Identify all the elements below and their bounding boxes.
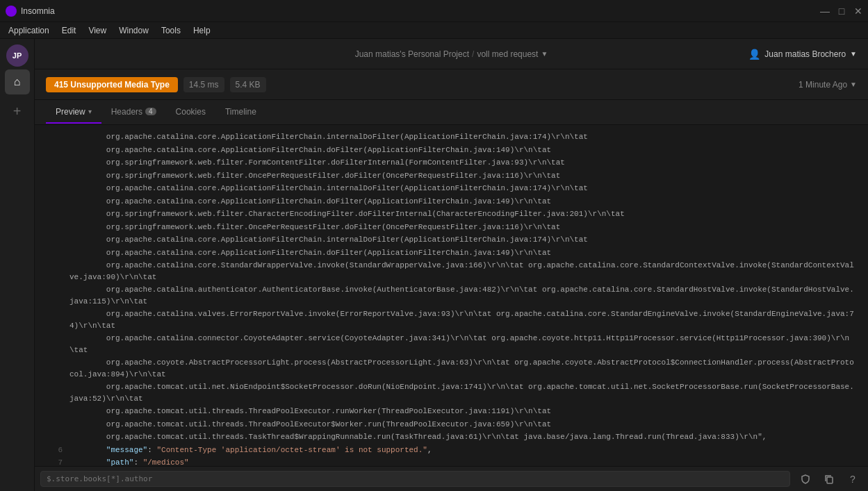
header-user[interactable]: 👤 Juan matias Brochero ▼ bbox=[748, 49, 857, 60]
time-label: 1 Minute Ago bbox=[799, 80, 847, 90]
code-line: org.apache.catalina.valves.ErrorReportVa… bbox=[35, 308, 868, 332]
header-bar: Juan matias's Personal Project / voll me… bbox=[35, 39, 868, 69]
copy-icon-button[interactable] bbox=[819, 469, 839, 489]
user-dropdown-icon: ▼ bbox=[850, 50, 857, 58]
shield-icon-button[interactable] bbox=[796, 469, 815, 489]
svg-rect-0 bbox=[827, 477, 833, 483]
app-logo-area: Insomnia bbox=[6, 6, 55, 17]
main-content: Juan matias's Personal Project / voll me… bbox=[35, 39, 868, 491]
status-bar: 415 Unsupported Media Type 14.5 ms 5.4 K… bbox=[35, 69, 868, 100]
code-line: org.springframework.web.filter.FormConte… bbox=[35, 156, 868, 169]
menu-tools[interactable]: Tools bbox=[156, 24, 186, 37]
bottom-icons: ? bbox=[796, 469, 862, 489]
code-line: org.apache.catalina.core.StandardWrapper… bbox=[35, 259, 868, 283]
code-line: org.apache.tomcat.util.threads.ThreadPoo… bbox=[35, 405, 868, 418]
app-title: Insomnia bbox=[21, 6, 55, 16]
code-line: org.apache.catalina.core.ApplicationFilt… bbox=[35, 131, 868, 144]
tab-timeline-label: Timeline bbox=[225, 107, 256, 117]
insomnia-logo-icon bbox=[6, 6, 17, 17]
sidebar-add-button[interactable]: + bbox=[6, 100, 28, 122]
maximize-button[interactable]: □ bbox=[837, 7, 846, 15]
status-size: 5.4 KB bbox=[230, 77, 266, 92]
user-icon: 👤 bbox=[748, 49, 760, 60]
header-title: Juan matias's Personal Project / voll me… bbox=[355, 49, 548, 59]
menu-edit[interactable]: Edit bbox=[56, 24, 82, 37]
code-line: org.springframework.web.filter.OncePerRe… bbox=[35, 221, 868, 234]
app-container: JP ⌂ + Juan matias's Personal Project / … bbox=[0, 39, 868, 491]
menu-window[interactable]: Window bbox=[113, 24, 154, 37]
code-line: org.apache.tomcat.util.threads.TaskThrea… bbox=[35, 431, 868, 444]
menu-application[interactable]: Application bbox=[3, 24, 55, 37]
tab-cookies[interactable]: Cookies bbox=[166, 101, 215, 124]
status-badge: 415 Unsupported Media Type bbox=[46, 77, 178, 92]
tab-preview-label: Preview bbox=[56, 107, 85, 117]
user-name: Juan matias Brochero bbox=[764, 49, 846, 59]
title-bar: Insomnia — □ ✕ bbox=[0, 0, 868, 22]
window-controls: — □ ✕ bbox=[821, 7, 862, 15]
request-dropdown-icon[interactable]: ▼ bbox=[541, 50, 548, 58]
code-line: 6 "message": "Content-Type 'application/… bbox=[35, 444, 868, 457]
shield-icon bbox=[800, 474, 811, 485]
project-name: Juan matias's Personal Project bbox=[355, 49, 469, 59]
tab-headers-label: Headers bbox=[111, 107, 142, 117]
code-line: org.apache.catalina.core.ApplicationFilt… bbox=[35, 247, 868, 260]
sidebar-avatar[interactable]: JP bbox=[6, 44, 28, 67]
code-line: org.apache.catalina.core.ApplicationFilt… bbox=[35, 195, 868, 208]
code-line: org.apache.tomcat.util.threads.ThreadPoo… bbox=[35, 418, 868, 431]
sidebar: JP ⌂ + bbox=[0, 39, 35, 491]
code-line: org.springframework.web.filter.OncePerRe… bbox=[35, 169, 868, 183]
menu-help[interactable]: Help bbox=[188, 24, 216, 37]
code-line: org.apache.catalina.core.ApplicationFilt… bbox=[35, 182, 868, 195]
tab-cookies-label: Cookies bbox=[176, 107, 206, 117]
copy-icon bbox=[824, 474, 835, 485]
menu-view[interactable]: View bbox=[83, 24, 112, 37]
time-dropdown-icon[interactable]: ▼ bbox=[850, 81, 857, 88]
minimize-button[interactable]: — bbox=[821, 7, 829, 15]
response-area: 415 Unsupported Media Type 14.5 ms 5.4 K… bbox=[35, 69, 868, 491]
request-name: voll med request bbox=[477, 49, 538, 59]
status-time: 1 Minute Ago ▼ bbox=[799, 80, 857, 90]
header-separator: / bbox=[472, 49, 474, 59]
add-icon: + bbox=[13, 103, 22, 119]
code-line: org.apache.catalina.connector.CoyoteAdap… bbox=[35, 332, 868, 356]
code-line: org.apache.catalina.authenticator.Authen… bbox=[35, 283, 868, 308]
tab-preview[interactable]: Preview ▾ bbox=[46, 101, 101, 124]
tab-timeline[interactable]: Timeline bbox=[215, 101, 266, 124]
code-line: org.apache.coyote.AbstractProcessorLight… bbox=[35, 356, 868, 381]
code-response-area[interactable]: org.apache.catalina.core.ApplicationFilt… bbox=[35, 125, 868, 466]
code-line: 7 "path": "/medicos" bbox=[35, 456, 868, 466]
code-line: org.apache.catalina.core.ApplicationFilt… bbox=[35, 144, 868, 157]
filter-input[interactable] bbox=[40, 471, 790, 487]
close-button[interactable]: ✕ bbox=[854, 7, 862, 15]
code-line: org.apache.catalina.core.ApplicationFilt… bbox=[35, 233, 868, 247]
code-line: org.apache.tomcat.util.net.NioEndpoint$S… bbox=[35, 381, 868, 405]
bottom-bar: ? bbox=[35, 466, 868, 491]
code-line: org.springframework.web.filter.Character… bbox=[35, 208, 868, 221]
home-icon: ⌂ bbox=[14, 76, 21, 88]
tab-headers[interactable]: Headers 4 bbox=[101, 101, 166, 124]
sidebar-item-home[interactable]: ⌂ bbox=[5, 69, 30, 94]
menu-bar: Application Edit View Window Tools Help bbox=[0, 22, 868, 39]
tab-preview-arrow: ▾ bbox=[88, 108, 92, 115]
tabs-bar: Preview ▾ Headers 4 Cookies Timeline bbox=[35, 100, 868, 125]
tab-headers-badge: 4 bbox=[145, 108, 156, 115]
help-icon-button[interactable]: ? bbox=[843, 469, 862, 489]
status-duration: 14.5 ms bbox=[183, 77, 224, 92]
